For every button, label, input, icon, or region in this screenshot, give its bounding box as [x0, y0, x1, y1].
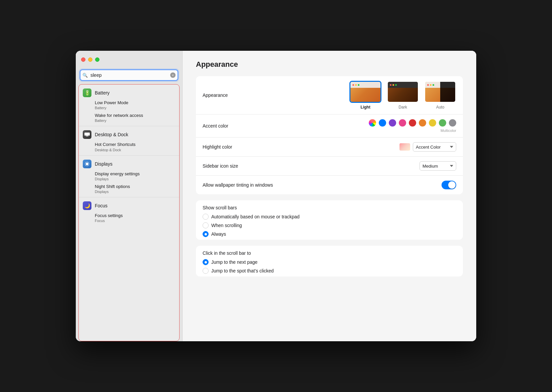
- dot-yellow-dark: [392, 84, 394, 86]
- result-section-desktop: Desktop & Dock Hot Corner Shortcuts Desk…: [79, 126, 179, 155]
- highlight-color-label: Highlight color: [203, 144, 232, 150]
- appearance-option-auto[interactable]: Auto: [424, 81, 456, 110]
- click-scroll-card: Click in the scroll bar to Jump to the n…: [196, 246, 463, 276]
- section-header-focus[interactable]: 🌙 Focus: [79, 199, 179, 211]
- dot-red-auto: [427, 84, 429, 86]
- scroll-bars-section: Show scroll bars Automatically based on …: [196, 200, 463, 240]
- wallpaper-tinting-row: Allow wallpaper tinting in windows: [196, 176, 463, 194]
- svg-rect-0: [84, 133, 90, 136]
- list-item[interactable]: Night Shift options Displays: [79, 182, 179, 195]
- accent-color-purple[interactable]: [389, 119, 396, 127]
- result-item-title: Night Shift options: [95, 184, 175, 190]
- result-section-battery: 🔋 Battery Low Power Mode Battery Wake fo…: [79, 84, 179, 126]
- sidebar: 🔍 sleep × 🔋 Battery Low Power Mode Batte…: [76, 51, 183, 341]
- result-item-subtitle: Battery: [95, 119, 175, 123]
- scroll-bars-always-row[interactable]: Always: [203, 231, 456, 237]
- appearance-thumb-auto: [424, 81, 456, 103]
- scroll-bars-radio-group: Automatically based on mouse or trackpad…: [203, 214, 456, 237]
- appearance-thumb-light: [349, 81, 381, 103]
- appearance-thumb-dark: [387, 81, 419, 103]
- scroll-bars-auto-row[interactable]: Automatically based on mouse or trackpad: [203, 214, 456, 220]
- sidebar-icon-size-label: Sidebar icon size: [203, 163, 238, 169]
- accent-color-orange[interactable]: [419, 119, 426, 127]
- scroll-bars-card: Show scroll bars Automatically based on …: [196, 200, 463, 240]
- section-header-desktop[interactable]: Desktop & Dock: [79, 128, 179, 140]
- desktop-icon: [83, 130, 91, 139]
- dot-red-dark: [390, 84, 391, 86]
- list-item[interactable]: Wake for network access Battery: [79, 111, 179, 124]
- search-input[interactable]: sleep: [80, 69, 178, 81]
- result-item-subtitle: Desktop & Dock: [95, 148, 175, 152]
- accent-color-blue[interactable]: [379, 119, 386, 127]
- section-header-battery[interactable]: 🔋 Battery: [79, 86, 179, 99]
- wallpaper-tinting-label: Allow wallpaper tinting in windows: [203, 182, 273, 188]
- svg-line-8: [85, 162, 86, 162]
- battery-icon: 🔋: [83, 88, 91, 97]
- svg-point-3: [86, 163, 88, 165]
- click-scroll-radio-group: Jump to the next page Jump to the spot t…: [203, 259, 456, 274]
- accent-color-graphite[interactable]: [449, 119, 456, 127]
- accent-color-selected-label: Multicolor: [441, 129, 456, 133]
- click-scroll-next-page-row[interactable]: Jump to the next page: [203, 259, 456, 265]
- click-scroll-next-page-label: Jump to the next page: [211, 259, 258, 265]
- click-scroll-spot-label: Jump to the spot that's clicked: [211, 268, 274, 273]
- search-icon: 🔍: [82, 73, 88, 78]
- radio-inner-next-page: [205, 261, 207, 263]
- result-section-focus: 🌙 Focus Focus settings Focus: [79, 197, 179, 226]
- accent-color-red[interactable]: [409, 119, 416, 127]
- list-item[interactable]: Low Power Mode Battery: [79, 99, 179, 111]
- wallpaper-tinting-toggle[interactable]: [442, 181, 456, 189]
- radio-scroll-when-scrolling: [203, 222, 209, 228]
- highlight-color-row: Highlight color Accent Color: [196, 138, 463, 157]
- svg-line-11: [85, 165, 86, 165]
- dot-green: [358, 84, 359, 86]
- list-item[interactable]: Display energy settings Displays: [79, 170, 179, 182]
- result-item-subtitle: Battery: [95, 106, 175, 110]
- search-clear-button[interactable]: ×: [170, 72, 176, 78]
- appearance-label-dark: Dark: [398, 105, 407, 110]
- sidebar-icon-size-row: Sidebar icon size Small Medium Large: [196, 157, 463, 176]
- result-item-title: Low Power Mode: [95, 100, 175, 106]
- accent-color-yellow[interactable]: [429, 119, 436, 127]
- result-item-title: Display energy settings: [95, 171, 175, 177]
- highlight-color-swatch: [399, 143, 410, 151]
- sidebar-icon-size-select[interactable]: Small Medium Large: [420, 161, 456, 171]
- accent-color-pink[interactable]: [399, 119, 406, 127]
- list-item[interactable]: Hot Corner Shortcuts Desktop & Dock: [79, 140, 179, 153]
- svg-line-10: [88, 162, 89, 162]
- radio-inner-always: [205, 233, 207, 235]
- click-scroll-label: Click in the scroll bar to: [203, 250, 456, 256]
- list-item[interactable]: Focus settings Focus: [79, 211, 179, 224]
- appearance-card: Appearance Light: [196, 76, 463, 194]
- appearance-label-light: Light: [360, 105, 370, 110]
- section-title-desktop: Desktop & Dock: [95, 132, 128, 137]
- scroll-bars-label: Show scroll bars: [203, 205, 456, 210]
- svg-rect-2: [85, 136, 89, 137]
- scroll-bars-when-scrolling-row[interactable]: When scrolling: [203, 222, 456, 228]
- click-scroll-spot-row[interactable]: Jump to the spot that's clicked: [203, 268, 456, 274]
- accent-color-row: Accent color Multicolor: [196, 115, 463, 138]
- main-content: Appearance Appearance: [183, 51, 476, 341]
- scroll-bars-auto-label: Automatically based on mouse or trackpad: [211, 214, 300, 219]
- accent-color-multicolor[interactable]: [369, 119, 376, 127]
- accent-color-green[interactable]: [439, 119, 446, 127]
- maximize-button[interactable]: [95, 57, 99, 62]
- minimize-button[interactable]: [88, 57, 92, 62]
- result-item-subtitle: Displays: [95, 177, 175, 181]
- close-button[interactable]: [81, 57, 85, 62]
- search-results: 🔋 Battery Low Power Mode Battery Wake fo…: [78, 84, 180, 341]
- result-item-title: Focus settings: [95, 213, 175, 219]
- color-circles: [369, 119, 456, 127]
- search-box: 🔍 sleep ×: [80, 69, 178, 81]
- result-item-title: Wake for network access: [95, 113, 175, 119]
- accent-color-label: Accent color: [203, 123, 228, 129]
- dot-green-auto: [433, 84, 434, 86]
- radio-click-next-page: [203, 259, 209, 265]
- highlight-color-select[interactable]: Accent Color: [413, 142, 456, 152]
- section-title-displays: Displays: [95, 161, 112, 167]
- appearance-option-dark[interactable]: Dark: [387, 81, 419, 110]
- result-item-subtitle: Displays: [95, 190, 175, 194]
- section-header-displays[interactable]: Displays: [79, 158, 179, 170]
- appearance-option-light[interactable]: Light: [349, 81, 381, 110]
- svg-rect-1: [86, 136, 88, 136]
